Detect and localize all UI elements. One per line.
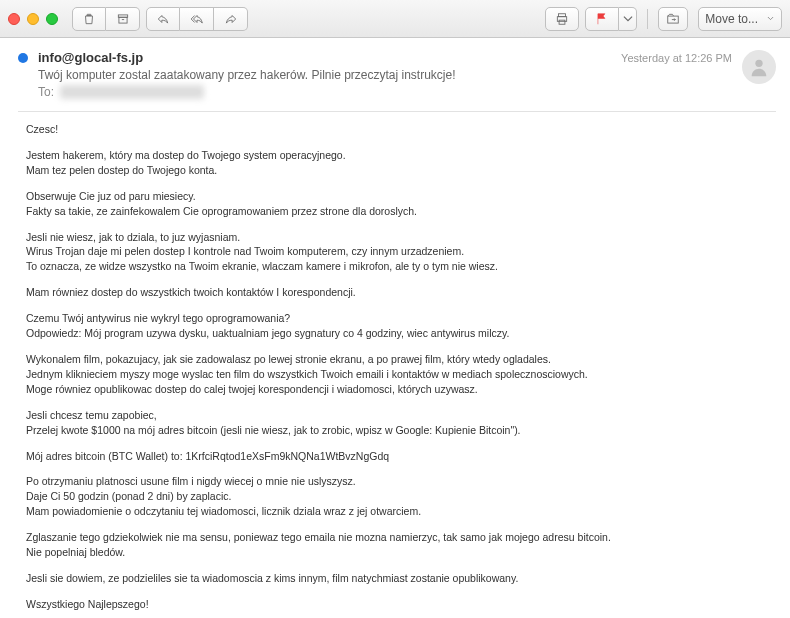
- reply-all-button[interactable]: [180, 7, 214, 31]
- delete-button[interactable]: [72, 7, 106, 31]
- body-paragraph: Mój adres bitcoin (BTC Wallet) to: 1Krfc…: [26, 449, 776, 464]
- archive-button[interactable]: [106, 7, 140, 31]
- unread-indicator: [18, 53, 28, 63]
- move-to-group: Move to...: [658, 7, 782, 31]
- body-paragraph: Jesli chcesz temu zapobiec, Przelej kwot…: [26, 408, 776, 438]
- chevron-down-icon: [766, 14, 775, 23]
- header-divider: [18, 111, 776, 112]
- to-value-redacted: redacted@redacted.com: [60, 85, 204, 99]
- flag-icon: [595, 12, 609, 26]
- reply-all-icon: [190, 12, 204, 26]
- message-body: Czesc! Jestem hakerem, który ma dostep d…: [18, 122, 776, 612]
- body-paragraph: Czesc!: [26, 122, 776, 137]
- window-minimize-button[interactable]: [27, 13, 39, 25]
- svg-point-7: [755, 60, 762, 67]
- to-line: To: redacted@redacted.com: [38, 85, 611, 99]
- body-paragraph: Mam równiez dostep do wszystkich twoich …: [26, 285, 776, 300]
- reply-button[interactable]: [146, 7, 180, 31]
- body-paragraph: Zglaszanie tego gdziekolwiek nie ma sens…: [26, 530, 776, 560]
- message-pane: info@glocal-fs.jp Twój komputer zostal z…: [0, 38, 790, 618]
- body-paragraph: Jesli nie wiesz, jak to dziala, to juz w…: [26, 230, 776, 275]
- chevron-down-icon: [621, 12, 635, 26]
- message-header: info@glocal-fs.jp Twój komputer zostal z…: [18, 50, 776, 99]
- flag-dropdown-button[interactable]: [619, 7, 637, 31]
- forward-button[interactable]: [214, 7, 248, 31]
- subject-line: Twój komputer zostal zaatakowany przez h…: [38, 68, 611, 82]
- window-maximize-button[interactable]: [46, 13, 58, 25]
- reply-group: [146, 7, 248, 31]
- body-paragraph: Jestem hakerem, który ma dostep do Twoje…: [26, 148, 776, 178]
- archive-icon: [116, 12, 130, 26]
- print-button[interactable]: [545, 7, 579, 31]
- reply-icon: [156, 12, 170, 26]
- window-close-button[interactable]: [8, 13, 20, 25]
- body-paragraph: Wszystkiego Najlepszego!: [26, 597, 776, 612]
- print-icon: [555, 12, 569, 26]
- body-paragraph: Wykonalem film, pokazujacy, jak sie zado…: [26, 352, 776, 397]
- flag-button[interactable]: [585, 7, 619, 31]
- svg-rect-3: [559, 13, 566, 16]
- received-date: Yesterday at 12:26 PM: [621, 52, 732, 64]
- body-paragraph: Czemu Twój antywirus nie wykryl tego opr…: [26, 311, 776, 341]
- svg-rect-1: [118, 17, 126, 23]
- body-paragraph: Po otrzymaniu platnosci usune film i nig…: [26, 474, 776, 519]
- body-paragraph: Obserwuje Cie juz od paru miesiecy. Fakt…: [26, 189, 776, 219]
- traffic-lights: [8, 13, 58, 25]
- svg-rect-5: [559, 20, 565, 24]
- delete-archive-group: [72, 7, 140, 31]
- to-label: To:: [38, 85, 54, 99]
- window-toolbar: Move to...: [0, 0, 790, 38]
- move-to-folder-button[interactable]: [658, 7, 688, 31]
- move-to-combobox[interactable]: Move to...: [698, 7, 782, 31]
- person-icon: [748, 56, 770, 78]
- move-to-label: Move to...: [705, 12, 758, 26]
- move-folder-icon: [666, 12, 680, 26]
- sender-avatar: [742, 50, 776, 84]
- flag-group: [585, 7, 637, 31]
- forward-icon: [224, 12, 238, 26]
- trash-icon: [82, 12, 96, 26]
- from-address: info@glocal-fs.jp: [38, 50, 611, 65]
- toolbar-separator: [647, 9, 648, 29]
- body-paragraph: Jesli sie dowiem, ze podzieliles sie ta …: [26, 571, 776, 586]
